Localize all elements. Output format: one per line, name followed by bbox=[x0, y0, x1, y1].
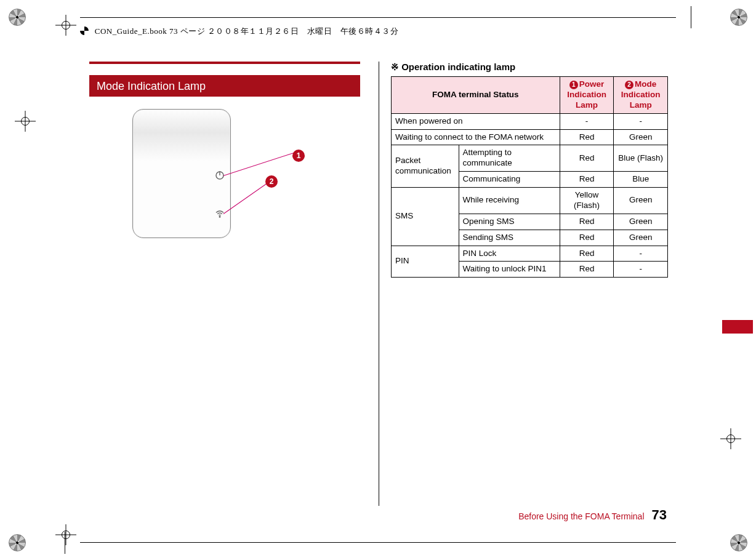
crop-mark-icon bbox=[55, 524, 76, 545]
trim-line bbox=[80, 17, 676, 18]
table-heading: ※ Operation indicating lamp bbox=[391, 62, 668, 73]
trim-line bbox=[65, 532, 65, 554]
trim-line bbox=[80, 542, 676, 543]
table-row: PIN PIN Lock Red - bbox=[392, 246, 668, 262]
device-outline bbox=[132, 109, 231, 238]
pinwheel-icon bbox=[80, 26, 89, 35]
crop-mark-icon bbox=[15, 111, 36, 132]
footer-chapter: Before Using the FOMA Terminal bbox=[518, 511, 644, 521]
footer-page-number: 73 bbox=[652, 507, 667, 523]
svg-point-2 bbox=[219, 217, 220, 218]
table-row: Waiting to connect to the FOMA network R… bbox=[392, 129, 668, 145]
section-title: Mode Indication Lamp bbox=[89, 75, 360, 97]
leader-line bbox=[223, 153, 294, 176]
trim-line bbox=[691, 6, 691, 28]
crop-mark-icon bbox=[720, 428, 741, 449]
device-diagram: 1 2 bbox=[89, 109, 360, 257]
col-header-mode: 2Mode Indication Lamp bbox=[614, 77, 668, 114]
badge-1: 1 bbox=[569, 81, 578, 89]
column-divider bbox=[379, 62, 379, 506]
callout-1: 1 bbox=[292, 150, 305, 162]
col-header-status: FOMA terminal Status bbox=[392, 77, 560, 114]
table-row: When powered on - - bbox=[392, 113, 668, 129]
table-row: Packet communication Attempting to commu… bbox=[392, 145, 668, 172]
badge-2: 2 bbox=[625, 81, 633, 89]
registration-mark-icon bbox=[730, 534, 747, 551]
registration-mark-icon bbox=[9, 9, 26, 26]
source-file-header: CON_Guide_E.book 73 ページ ２００８年１１月２６日 水曜日 … bbox=[80, 26, 398, 37]
section-top-rule bbox=[89, 62, 360, 64]
callout-2: 2 bbox=[265, 175, 278, 188]
registration-mark-icon bbox=[730, 9, 747, 26]
operation-lamp-table: FOMA terminal Status 1Power Indication L… bbox=[391, 76, 668, 278]
col-header-power: 1Power Indication Lamp bbox=[560, 77, 614, 114]
table-row: SMS While receiving Yellow (Flash) Green bbox=[392, 188, 668, 214]
crop-mark-icon bbox=[55, 15, 76, 36]
thumb-tab bbox=[722, 320, 753, 334]
source-file-text: CON_Guide_E.book 73 ページ ２００８年１１月２６日 水曜日 … bbox=[95, 26, 399, 36]
registration-mark-icon bbox=[9, 534, 26, 551]
